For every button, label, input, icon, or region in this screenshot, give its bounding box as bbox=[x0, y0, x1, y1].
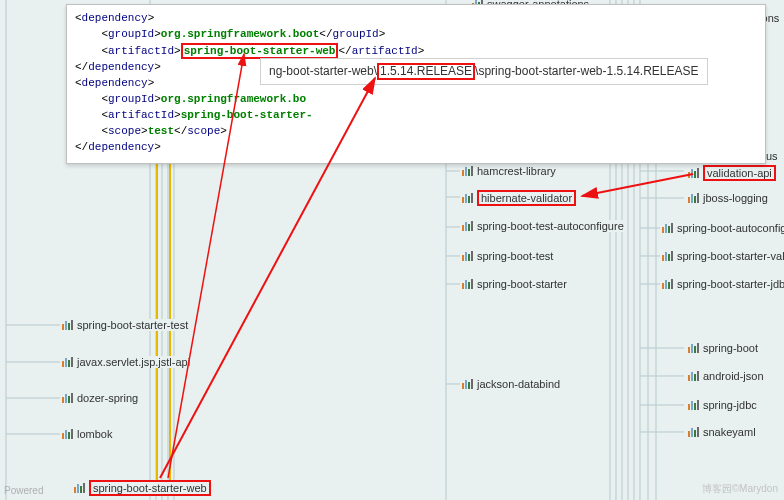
lib-icon bbox=[74, 483, 85, 493]
groupid-value: org.springframework.boot bbox=[161, 28, 319, 40]
dep-label: spring-boot-starter-web bbox=[89, 480, 211, 496]
lib-icon bbox=[662, 223, 673, 233]
dep-node-snakeyaml[interactable]: snakeyaml bbox=[686, 426, 758, 438]
dep-label: jackson-databind bbox=[477, 378, 560, 390]
dep-node-spring-jdbc[interactable]: spring-jdbc bbox=[686, 399, 759, 411]
dep-label: dozer-spring bbox=[77, 392, 138, 404]
dep-node-sb-starter-jdbc[interactable]: spring-boot-starter-jdbc - bbox=[660, 278, 784, 290]
dep-label: us bbox=[766, 150, 778, 162]
dep-label: lombok bbox=[77, 428, 112, 440]
watermark-author: 博客园©Marydon bbox=[702, 482, 778, 496]
dep-node-dozer-spring[interactable]: dozer-spring bbox=[60, 392, 140, 404]
dep-node-jstl-api[interactable]: javax.servlet.jsp.jstl-api bbox=[60, 356, 192, 368]
dep-node-sb-starter-test[interactable]: spring-boot-starter-test bbox=[60, 319, 190, 331]
dep-label: snakeyaml bbox=[703, 426, 756, 438]
dep-label: spring-boot-starter-test bbox=[77, 319, 188, 331]
lib-icon bbox=[462, 279, 473, 289]
lib-icon bbox=[662, 279, 673, 289]
dep-node-jboss-logging[interactable]: jboss-logging bbox=[686, 192, 770, 204]
lib-icon bbox=[62, 393, 73, 403]
dep-label: spring-boot bbox=[703, 342, 758, 354]
dep-label: javax.servlet.jsp.jstl-api bbox=[77, 356, 190, 368]
dep-node-spring-boot[interactable]: spring-boot bbox=[686, 342, 760, 354]
dep-label: spring-boot-test bbox=[477, 250, 553, 262]
dep-node-hamcrest-library[interactable]: hamcrest-library bbox=[460, 165, 558, 177]
groupid-value-2: org.springframework.bo bbox=[161, 93, 306, 105]
lib-icon bbox=[462, 166, 473, 176]
dep-node-sb-starter-web[interactable]: spring-boot-starter-web bbox=[72, 480, 213, 496]
lib-icon bbox=[662, 251, 673, 261]
dep-label: spring-boot-starter-validatio bbox=[677, 250, 784, 262]
version-path-prefix: ng-boot-starter-web\ bbox=[269, 64, 377, 78]
lib-icon bbox=[62, 357, 73, 367]
dep-node-lombok[interactable]: lombok bbox=[60, 428, 114, 440]
version-path-suffix: \spring-boot-starter-web-1.5.14.RELEASE bbox=[475, 64, 698, 78]
dep-label: spring-boot-starter bbox=[477, 278, 567, 290]
dep-label: hamcrest-library bbox=[477, 165, 556, 177]
lib-icon bbox=[688, 193, 699, 203]
lib-icon bbox=[62, 320, 73, 330]
dep-node-android-json[interactable]: android-json bbox=[686, 370, 766, 382]
dep-label: validation-api bbox=[703, 165, 776, 181]
dep-node-validation-api[interactable]: validation-api bbox=[686, 165, 778, 181]
dep-node-sb-test-autoconfigure[interactable]: spring-boot-test-autoconfigure bbox=[460, 220, 626, 232]
lib-icon bbox=[462, 193, 473, 203]
artifactid-value-2: spring-boot-starter- bbox=[181, 109, 313, 121]
svg-line-39 bbox=[582, 174, 693, 196]
version-path-highlight: 1.5.14.RELEASE bbox=[377, 63, 475, 80]
lib-icon bbox=[462, 221, 473, 231]
lib-icon bbox=[462, 251, 473, 261]
lib-icon bbox=[462, 379, 473, 389]
dep-node-sb-test[interactable]: spring-boot-test bbox=[460, 250, 555, 262]
dep-label: spring-jdbc bbox=[703, 399, 757, 411]
dep-node-sb-starter[interactable]: spring-boot-starter bbox=[460, 278, 569, 290]
dep-node-sb-starter-validatio[interactable]: spring-boot-starter-validatio bbox=[660, 250, 784, 262]
scope-value: test bbox=[148, 125, 174, 137]
dep-label: hibernate-validator bbox=[477, 190, 576, 206]
lib-icon bbox=[688, 168, 699, 178]
dep-label: spring-boot-autoconfigure bbox=[677, 222, 784, 234]
lib-icon bbox=[688, 427, 699, 437]
dep-node-trunc-us[interactable]: us bbox=[764, 150, 780, 162]
lib-icon bbox=[62, 429, 73, 439]
lib-icon bbox=[688, 400, 699, 410]
dep-node-jackson-databind[interactable]: jackson-databind bbox=[460, 378, 562, 390]
dep-node-sb-autoconfigure[interactable]: spring-boot-autoconfigure bbox=[660, 222, 784, 234]
dep-label: spring-boot-starter-jdbc - bbox=[677, 278, 784, 290]
artifactid-value-highlighted: spring-boot-starter-web bbox=[181, 43, 339, 59]
watermark-powered: Powered bbox=[4, 485, 43, 496]
version-path-tooltip: ng-boot-starter-web\1.5.14.RELEASE\sprin… bbox=[260, 58, 708, 85]
dep-label: android-json bbox=[703, 370, 764, 382]
dep-label: jboss-logging bbox=[703, 192, 768, 204]
lib-icon bbox=[688, 343, 699, 353]
dep-node-hibernate-validator[interactable]: hibernate-validator bbox=[460, 190, 578, 206]
lib-icon bbox=[688, 371, 699, 381]
dep-label: spring-boot-test-autoconfigure bbox=[477, 220, 624, 232]
